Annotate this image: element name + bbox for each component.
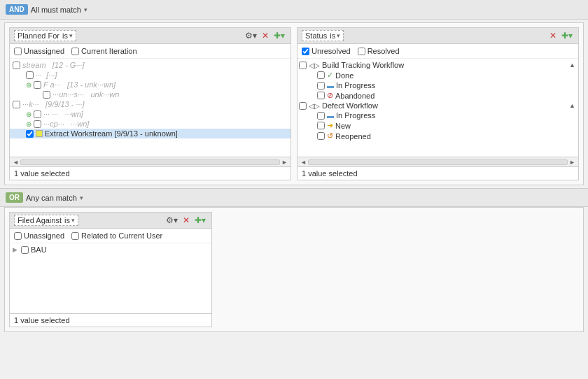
- workflow-group-checkbox[interactable]: [299, 62, 307, 69]
- status-scroll-right-icon[interactable]: ►: [568, 159, 577, 166]
- list-item[interactable]: ⊘ Abandoned: [298, 90, 578, 101]
- reopened-icon: ↺: [327, 131, 333, 141]
- hscroll-thumb[interactable]: [20, 159, 280, 165]
- status-operator-dropdown[interactable]: ▾: [337, 32, 340, 39]
- list-item[interactable]: ··· [···]: [10, 70, 290, 80]
- list-item[interactable]: ⊕ ···cp··· ···wn]: [10, 119, 290, 129]
- list-item-label: Extract Workstream [9/9/13 - unknown]: [45, 129, 178, 138]
- list-item[interactable]: ···un···s··· unk···wn: [10, 90, 290, 99]
- unresolved-checkbox-label[interactable]: Unresolved: [302, 47, 351, 55]
- abandoned-icon: ⊘: [327, 91, 333, 100]
- filed-against-operator-dropdown[interactable]: ▾: [71, 217, 75, 224]
- filed-against-add-btn[interactable]: ✚▾: [193, 215, 207, 226]
- list-item-checkbox[interactable]: [317, 82, 325, 90]
- list-item-selected[interactable]: Extract Workstream [9/9/13 - unknown]: [10, 129, 290, 138]
- new-label: New: [335, 122, 351, 130]
- list-item-checkbox[interactable]: [13, 62, 20, 69]
- planned-for-configure-btn[interactable]: ⚙▾: [244, 30, 258, 41]
- status-title[interactable]: Status is ▾: [302, 30, 344, 41]
- status-add-btn[interactable]: ✚▾: [560, 30, 574, 41]
- list-item-checkbox[interactable]: [317, 92, 325, 99]
- planned-for-hscroll[interactable]: ◄ ►: [10, 157, 290, 166]
- wf-arrow-left-icon: ◁▷: [309, 62, 320, 69]
- wf-arrow-defect-icon: ◁▷: [309, 102, 320, 110]
- status-scroll-left-icon[interactable]: ◄: [299, 159, 308, 166]
- filed-against-list[interactable]: ▶ BAU: [10, 243, 211, 313]
- planned-for-list[interactable]: stream [12 - G···] ··· [···] ⊕ F a··· [1…: [10, 59, 290, 157]
- planned-for-add-btn[interactable]: ✚▾: [272, 30, 286, 41]
- status-remove-btn[interactable]: ✕: [548, 30, 558, 41]
- list-item[interactable]: ⊕ ··· ··· ···wn]: [10, 109, 290, 119]
- list-item[interactable]: stream [12 - G···]: [10, 60, 290, 70]
- list-item[interactable]: ▶ BAU: [10, 245, 211, 255]
- list-item-label: ···k··· [9/9/13 - ···]: [22, 100, 85, 108]
- list-item-checkbox[interactable]: [34, 110, 41, 118]
- defect-inprogress-label: In Progress: [336, 111, 375, 120]
- current-iteration-checkbox[interactable]: [71, 48, 79, 55]
- list-item-checkbox[interactable]: [317, 112, 325, 120]
- workflow-group-checkbox[interactable]: [299, 102, 307, 110]
- list-item[interactable]: ⊕ F a··· [13 - unk···wn]: [10, 80, 290, 90]
- list-item-label: ··· [···]: [36, 71, 57, 79]
- list-item-checkbox[interactable]: [34, 120, 41, 128]
- and-badge: AND: [6, 4, 28, 15]
- list-item[interactable]: ▬ In Progress: [298, 110, 578, 120]
- or-dropdown-arrow[interactable]: ▾: [80, 194, 83, 201]
- planned-for-operator: is: [62, 31, 68, 40]
- planned-for-footer: 1 value selected: [10, 166, 290, 180]
- expand-defect-icon[interactable]: ▲: [569, 102, 575, 109]
- list-item[interactable]: ➜ New: [298, 120, 578, 131]
- list-item-checkbox[interactable]: [26, 130, 34, 138]
- list-item-checkbox[interactable]: [13, 101, 20, 108]
- unassigned-checkbox[interactable]: [14, 48, 22, 55]
- resolved-checkbox[interactable]: [358, 48, 365, 55]
- fa-related-checkbox[interactable]: [71, 232, 79, 240]
- list-item-checkbox[interactable]: [317, 122, 325, 129]
- list-item[interactable]: ▬ In Progress: [298, 80, 578, 90]
- planned-for-operator-dropdown[interactable]: ▾: [69, 32, 73, 39]
- status-footer-text: 1 value selected: [302, 169, 358, 178]
- or-section: Filed Against is ▾ ⚙▾ ✕ ✚▾ Unassigned Re…: [4, 207, 584, 332]
- filed-against-remove-btn[interactable]: ✕: [181, 215, 191, 226]
- workflow-group-item[interactable]: ◁▷ Defect Workflow ▲: [298, 101, 578, 110]
- filed-against-title[interactable]: Filed Against is ▾: [14, 215, 78, 226]
- current-iteration-checkbox-label[interactable]: Current Iteration: [71, 47, 136, 55]
- filed-against-footer-text: 1 value selected: [14, 316, 70, 324]
- fa-unassigned-checkbox[interactable]: [14, 232, 22, 240]
- unresolved-checkbox[interactable]: [302, 48, 309, 55]
- status-list[interactable]: ◁▷ Build Tracking Workflow ▲ ✓ Done ▬ In…: [298, 59, 578, 157]
- list-item-checkbox[interactable]: [21, 246, 29, 254]
- fa-related-label: Related to Current User: [81, 231, 162, 240]
- scroll-right-icon[interactable]: ►: [280, 159, 289, 166]
- reopened-label: Reopened: [335, 132, 371, 141]
- scroll-left-icon[interactable]: ◄: [11, 159, 20, 166]
- list-item-checkbox[interactable]: [34, 81, 41, 89]
- expand-icon[interactable]: ▲: [569, 62, 575, 69]
- unassigned-checkbox-label[interactable]: Unassigned: [14, 47, 64, 55]
- and-dropdown-arrow[interactable]: ▾: [84, 6, 88, 13]
- inprogress-icon: ▬: [327, 82, 334, 90]
- list-item-checkbox[interactable]: [317, 71, 325, 79]
- planned-for-title-text: Planned For: [18, 31, 59, 40]
- list-item[interactable]: ···k··· [9/9/13 - ···]: [10, 99, 290, 109]
- status-operator: is: [330, 31, 335, 40]
- list-item-checkbox[interactable]: [26, 71, 34, 79]
- status-hscroll[interactable]: ◄ ►: [298, 157, 578, 166]
- list-item-label: stream [12 - G···]: [22, 61, 85, 69]
- list-item[interactable]: ✓ Done: [298, 70, 578, 80]
- fa-unassigned-checkbox-label[interactable]: Unassigned: [14, 231, 64, 240]
- expand-bau-icon[interactable]: ▶: [13, 246, 18, 253]
- workflow-group-item[interactable]: ◁▷ Build Tracking Workflow ▲: [298, 60, 578, 70]
- list-item[interactable]: ↺ Reopened: [298, 131, 578, 141]
- fa-related-checkbox-label[interactable]: Related to Current User: [71, 231, 162, 240]
- filed-against-configure-btn[interactable]: ⚙▾: [164, 215, 179, 226]
- current-iteration-label: Current Iteration: [81, 47, 136, 55]
- planned-for-remove-btn[interactable]: ✕: [260, 30, 270, 41]
- list-item-checkbox[interactable]: [43, 91, 50, 99]
- list-item-checkbox[interactable]: [317, 132, 325, 140]
- list-item-label: ··· ··· ···wn]: [43, 110, 83, 118]
- status-hscroll-thumb[interactable]: [308, 159, 568, 165]
- done-icon: ✓: [327, 71, 333, 80]
- planned-for-title[interactable]: Planned For is ▾: [14, 30, 76, 41]
- resolved-checkbox-label[interactable]: Resolved: [358, 47, 400, 55]
